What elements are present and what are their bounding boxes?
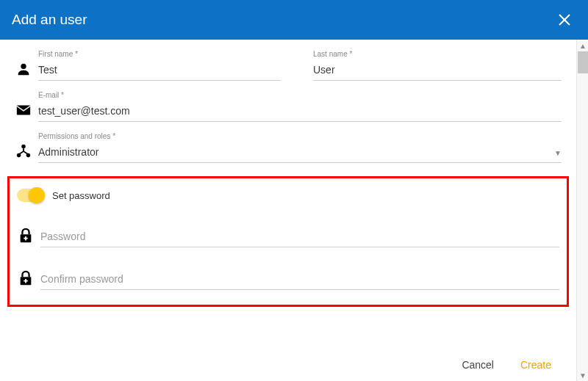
email-field-row: E-mail * bbox=[15, 91, 562, 122]
scroll-down-arrow-icon[interactable]: ▼ bbox=[577, 369, 588, 381]
confirm-password-input[interactable] bbox=[40, 270, 559, 290]
set-password-toggle[interactable] bbox=[17, 189, 43, 202]
toggle-knob bbox=[29, 187, 45, 203]
confirm-password-field-row bbox=[17, 269, 559, 290]
svg-point-2 bbox=[21, 145, 26, 149]
first-name-input[interactable] bbox=[38, 61, 281, 81]
set-password-row: Set password bbox=[17, 189, 559, 202]
svg-rect-1 bbox=[17, 106, 30, 115]
permissions-select[interactable] bbox=[38, 143, 562, 163]
password-field-row bbox=[17, 227, 559, 247]
dialog-footer: Cancel Create bbox=[0, 349, 576, 381]
permissions-field-row: Permissions and roles * ▼ bbox=[15, 132, 562, 163]
add-user-form: First name * Last name * bbox=[0, 50, 576, 163]
svg-point-0 bbox=[21, 64, 26, 69]
permissions-label: Permissions and roles * bbox=[38, 132, 562, 140]
dialog-header: Add an user bbox=[0, 0, 588, 40]
last-name-input[interactable] bbox=[313, 61, 562, 81]
password-input[interactable] bbox=[40, 228, 559, 247]
close-icon bbox=[558, 13, 571, 26]
scroll-thumb[interactable] bbox=[578, 51, 588, 73]
email-label: E-mail * bbox=[38, 91, 562, 99]
last-name-label: Last name * bbox=[313, 50, 562, 58]
cancel-button[interactable]: Cancel bbox=[454, 355, 501, 375]
dialog-title: Add an user bbox=[12, 12, 87, 28]
mail-icon bbox=[15, 101, 32, 119]
lock-plus-icon bbox=[17, 227, 35, 244]
first-name-label: First name * bbox=[38, 50, 281, 58]
scroll-up-arrow-icon[interactable]: ▲ bbox=[577, 40, 588, 51]
create-button[interactable]: Create bbox=[513, 355, 559, 375]
password-section-highlight: Set password bbox=[7, 176, 569, 307]
set-password-label: Set password bbox=[52, 190, 110, 201]
dialog-content: First name * Last name * bbox=[0, 40, 588, 381]
close-button[interactable] bbox=[553, 8, 576, 32]
email-input[interactable] bbox=[38, 102, 562, 122]
last-name-field-row: Last name * bbox=[295, 50, 562, 81]
roles-icon bbox=[15, 142, 32, 160]
person-icon bbox=[15, 60, 32, 78]
scrollbar[interactable]: ▲ ▼ bbox=[576, 40, 588, 381]
first-name-field-row: First name * bbox=[15, 50, 281, 81]
lock-plus-icon bbox=[17, 269, 35, 287]
